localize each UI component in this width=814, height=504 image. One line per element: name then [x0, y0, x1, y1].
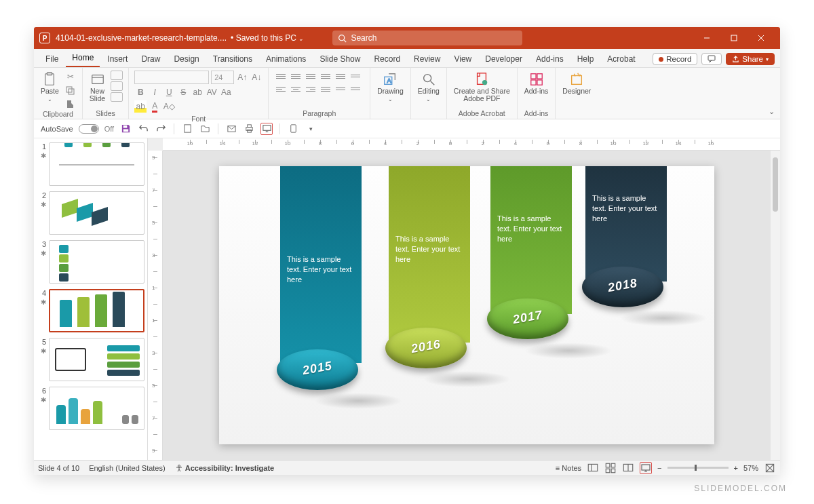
slideshow-view-button[interactable]	[640, 462, 652, 474]
print-button[interactable]	[243, 123, 255, 135]
zoom-level[interactable]: 57%	[743, 464, 758, 472]
present-from-start-button[interactable]	[260, 123, 273, 135]
notes-button[interactable]: ≡ Notes	[556, 464, 581, 472]
justify-button[interactable]	[319, 83, 332, 94]
layout-button[interactable]	[111, 71, 123, 80]
align-center-button[interactable]	[289, 83, 303, 94]
fit-to-window-button[interactable]	[764, 462, 776, 474]
tab-acrobat[interactable]: Acrobat	[601, 51, 641, 67]
new-slide-button[interactable]: New Slide	[88, 71, 106, 104]
zoom-out-button[interactable]: −	[657, 464, 661, 472]
cut-button[interactable]: ✂	[64, 71, 77, 83]
increase-font-button[interactable]: A↑	[236, 71, 248, 83]
language-indicator[interactable]: English (United States)	[89, 464, 166, 472]
format-painter-button[interactable]	[64, 98, 77, 110]
tab-record[interactable]: Record	[368, 51, 406, 67]
text-dir-button[interactable]	[349, 71, 362, 81]
section-button[interactable]	[111, 92, 123, 102]
copy-button[interactable]	[64, 84, 77, 96]
addins-button[interactable]: Add-ins	[523, 71, 550, 96]
reading-view-button[interactable]	[622, 462, 634, 474]
shadow-button[interactable]: ab	[191, 86, 204, 98]
create-pdf-button[interactable]: Create and Share Adobe PDF	[452, 71, 511, 104]
zoom-in-button[interactable]: +	[734, 464, 738, 472]
comments-button[interactable]	[701, 53, 722, 65]
slide-counter[interactable]: Slide 4 of 10	[38, 464, 79, 472]
touch-mode-button[interactable]	[287, 123, 299, 135]
zoom-slider[interactable]	[667, 467, 729, 469]
italic-button[interactable]: I	[149, 86, 161, 98]
highlight-button[interactable]: ab	[134, 100, 147, 113]
drawing-button[interactable]: A Drawing⌄	[376, 71, 405, 104]
new-file-button[interactable]	[181, 123, 193, 135]
record-button[interactable]: Record	[653, 53, 697, 65]
spacing-button[interactable]: AV	[206, 86, 218, 98]
sorter-view-button[interactable]	[604, 462, 617, 474]
designer-button[interactable]: Designer	[561, 71, 592, 96]
tab-view[interactable]: View	[448, 51, 478, 67]
save-status[interactable]: • Saved to this PC ⌄	[231, 33, 313, 43]
clear-format-button[interactable]: A◇	[163, 100, 175, 113]
editing-button[interactable]: Editing⌄	[416, 71, 441, 104]
open-file-button[interactable]	[199, 123, 211, 135]
thumbnail-2[interactable]: 2✱	[37, 191, 144, 235]
tab-transitions[interactable]: Transitions	[207, 51, 258, 67]
linespacing-button[interactable]	[334, 71, 347, 81]
collapse-ribbon-button[interactable]: ⌄	[769, 107, 775, 116]
tab-review[interactable]: Review	[408, 51, 446, 67]
paste-button[interactable]: Paste⌄	[39, 71, 60, 104]
underline-button[interactable]: U	[163, 86, 175, 98]
bullets-button[interactable]	[274, 71, 288, 81]
slide-thumbnails[interactable]: 1✱ 2✱ 3✱	[34, 138, 148, 460]
maximize-button[interactable]	[720, 27, 748, 49]
align-left-button[interactable]	[274, 83, 288, 94]
accessibility-check[interactable]: Accessibility: Investigate	[175, 464, 275, 472]
smartart-button[interactable]	[349, 83, 362, 94]
normal-view-button[interactable]	[587, 462, 599, 474]
tab-file[interactable]: File	[39, 51, 64, 67]
search-placeholder: Search	[351, 33, 376, 43]
bold-button[interactable]: B	[134, 86, 147, 98]
thumbnail-3[interactable]: 3✱	[37, 240, 144, 284]
slide-stage[interactable]: This is a sample text. Enter your text h…	[163, 151, 771, 460]
minimize-button[interactable]	[693, 27, 720, 49]
font-family-select[interactable]	[134, 71, 209, 84]
tab-slideshow[interactable]: Slide Show	[313, 51, 366, 67]
undo-button[interactable]	[137, 123, 149, 135]
reset-button[interactable]	[111, 81, 123, 91]
tab-insert[interactable]: Insert	[101, 51, 134, 67]
thumbnail-6[interactable]: 6✱	[37, 387, 144, 430]
strike-button[interactable]: S	[177, 86, 189, 98]
email-button[interactable]	[225, 123, 237, 135]
decrease-font-button[interactable]: A↓	[250, 71, 263, 83]
align-right-button[interactable]	[304, 83, 317, 94]
numbering-button[interactable]	[289, 71, 303, 81]
indent-inc-button[interactable]	[319, 71, 332, 81]
thumbnail-4[interactable]: 4✱	[37, 289, 144, 332]
columns-button[interactable]	[334, 83, 347, 94]
case-button[interactable]: Aa	[220, 86, 232, 98]
save-button[interactable]	[119, 123, 132, 135]
svg-rect-11	[92, 75, 103, 84]
redo-button[interactable]	[155, 123, 167, 135]
font-color-button[interactable]: A	[149, 100, 161, 113]
thumbnail-1[interactable]: 1✱	[37, 142, 144, 186]
svg-rect-22	[537, 80, 541, 85]
close-button[interactable]	[748, 27, 775, 49]
tab-home[interactable]: Home	[66, 50, 100, 67]
tab-help[interactable]: Help	[571, 51, 600, 67]
tab-draw[interactable]: Draw	[135, 51, 166, 67]
share-button[interactable]: Share▾	[726, 53, 775, 65]
tab-design[interactable]: Design	[168, 51, 205, 67]
font-size-select[interactable]: 24	[211, 71, 234, 84]
tab-animations[interactable]: Animations	[260, 51, 312, 67]
autosave-toggle[interactable]	[79, 124, 99, 134]
group-font: 24 A↑ A↓ B I U S ab AV Aa ab A A◇	[129, 68, 269, 119]
qat-more-button[interactable]: ▾	[305, 123, 317, 135]
tab-addins[interactable]: Add-ins	[530, 51, 570, 67]
search-box[interactable]: Search	[332, 31, 522, 45]
vertical-scrollbar[interactable]	[771, 151, 780, 460]
tab-developer[interactable]: Developer	[479, 51, 528, 67]
thumbnail-5[interactable]: 5✱	[37, 338, 144, 381]
indent-dec-button[interactable]	[304, 71, 317, 81]
